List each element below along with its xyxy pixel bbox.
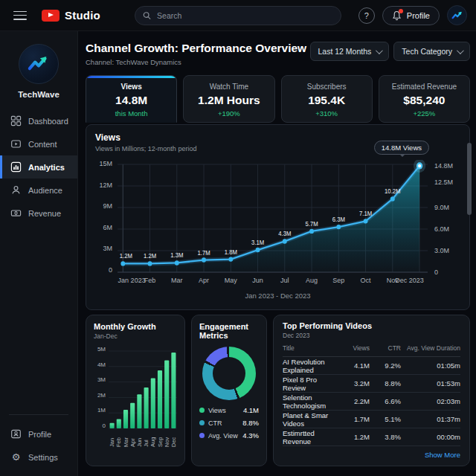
legend-value: 4.1M (243, 406, 259, 414)
search-bar[interactable] (135, 6, 341, 25)
x-tick: Jun (252, 277, 263, 284)
views-line-chart: 1.2M1.2M1.3M1.7M1.8M3.1M4.3M5.7M6.3M7.1M… (118, 160, 428, 274)
category-dropdown[interactable]: Tech Category (393, 42, 470, 61)
line-chart-plot: 1.2M1.2M1.3M1.7M1.8M3.1M4.3M5.7M6.3M7.1M… (118, 160, 428, 274)
y-tick: 3M (97, 376, 106, 383)
stat-value: $85,240 (379, 94, 469, 107)
audience-icon (10, 184, 22, 196)
sidebar-item-settings[interactable]: ⚙ Settings (0, 446, 77, 469)
data-point (202, 257, 206, 262)
x-tick: Jul (143, 431, 149, 447)
sidebar-item-dashboard[interactable]: Dashboard (0, 109, 77, 132)
sidebar-item-content[interactable]: Content (0, 132, 77, 155)
data-point-label: 1.3M (170, 252, 183, 259)
x-tick: Oct (361, 277, 371, 284)
y-tick: 3M (103, 245, 112, 252)
video-row[interactable]: Planet & Smar Videos1.7M5.1%01:37m (283, 411, 460, 428)
x-tick: May (225, 277, 237, 284)
video-row[interactable]: Estimrtted Revenue1.2M3.8%00:00m (283, 428, 460, 446)
page-subtitle: Channel: TechWave Dynamics (86, 58, 306, 66)
x-tick: Jan 2023 (118, 277, 146, 284)
table-header: Title Views CTR Avg. View Duration (283, 339, 460, 357)
y-tick: 14.8M (434, 162, 453, 170)
legend-value: 8.8% (242, 419, 259, 427)
y-tick: 3.0M (434, 247, 449, 254)
x-tick: Dec (170, 431, 177, 447)
search-input[interactable] (157, 11, 333, 20)
video-row[interactable]: Pixel 8 Pro Review3.2M8.8%01:53m (283, 375, 460, 393)
x-tick: Nov (164, 431, 170, 447)
video-metric: 5.1% (370, 415, 401, 423)
channel-avatar[interactable] (19, 44, 59, 84)
sidebar-item-revenue[interactable]: Revenue (0, 202, 77, 225)
video-metric: 1.7M (340, 415, 370, 423)
video-metric: 01:37m (401, 415, 460, 423)
data-point-label: 6.3M (332, 216, 345, 223)
help-icon[interactable]: ? (358, 7, 375, 24)
brand-logo[interactable]: Studio (42, 9, 100, 22)
col-views: Views (340, 344, 370, 352)
account-avatar[interactable] (447, 5, 467, 25)
main-content: Channel Growth: Performance Overview Cha… (78, 31, 476, 476)
panel-title: Engagement Metrics (199, 322, 259, 340)
x-tick: Aug (306, 277, 318, 284)
video-row[interactable]: AI Revolution Explained4.1M9.2%01:05m (283, 357, 460, 375)
date-range-dropdown[interactable]: Last 12 Months (310, 42, 390, 61)
profile-button-label: Profile (407, 11, 430, 20)
stat-label: Views (86, 83, 176, 91)
stat-card-subscribers[interactable]: Subscribers 195.4K +310% (281, 75, 373, 123)
video-row[interactable]: Selention Technologism2.2M6.6%02:03m (283, 393, 460, 411)
channel-name: TechWave (0, 90, 77, 99)
legend-dot-avg-view (199, 433, 205, 438)
y-tick: 0 (434, 268, 438, 276)
x-tick: Jun (136, 431, 143, 447)
data-point (148, 261, 152, 266)
show-more-link[interactable]: Show More (283, 451, 460, 459)
profile-button[interactable]: Profile (382, 6, 440, 25)
data-point-label: 7.1M (359, 210, 372, 217)
y-tick: 9M (103, 202, 112, 210)
y-axis-left: 15M12M9M6M3M0 (95, 160, 118, 274)
growth-bar (144, 387, 149, 428)
data-point-label: 1.7M (197, 249, 210, 256)
donut-legend: Views 4.1M CTR 8.8% Avg. View 4.3% (199, 406, 259, 440)
stat-label: Subscribers (282, 83, 372, 91)
legend-item-ctr: CTR 8.8% (199, 419, 259, 427)
notification-dot (399, 9, 403, 13)
category-label: Tech Category (402, 47, 452, 56)
stat-card-views[interactable]: Views 14.8M this Month (86, 75, 177, 123)
video-title: Planet & Smar Videos (283, 411, 340, 428)
legend-dot-views (199, 408, 205, 413)
donut-hole (213, 357, 245, 390)
menu-icon[interactable] (13, 11, 27, 20)
data-point (228, 257, 233, 261)
video-title: AI Revolution Explained (283, 358, 340, 374)
sidebar-item-label: Dashboard (28, 117, 68, 126)
youtube-play-icon (42, 10, 60, 22)
stat-card-watch-time[interactable]: Watch Time 1.2M Hours +190% (183, 75, 274, 123)
growth-bar (158, 370, 162, 428)
channel-logo-icon (26, 51, 51, 77)
sidebar-item-analytics[interactable]: Analytics (0, 155, 77, 178)
stat-label: Estimated Revenue (379, 83, 469, 91)
col-ctr: CTR (370, 344, 401, 352)
data-point-label: 1.8M (225, 248, 237, 255)
video-metric: 3.2M (340, 379, 370, 387)
y-tick: 9.0M (434, 204, 449, 211)
legend-item-avg-view: Avg. View 4.3% (199, 431, 259, 440)
y-tick: 2M (97, 392, 106, 399)
x-tick: Jul (280, 277, 289, 284)
chart-tooltip-badge: 14.8M Views (374, 141, 429, 155)
x-tick: Sep (157, 431, 164, 447)
sidebar-item-profile[interactable]: Profile (0, 422, 77, 446)
y-tick: 6M (103, 224, 112, 231)
video-metric: 01:53m (401, 379, 460, 387)
video-metric: 2.2M (340, 397, 370, 405)
video-metric: 00:00m (401, 433, 460, 441)
scrollbar-thumb[interactable] (467, 143, 472, 215)
sidebar-item-label: Analytics (28, 163, 65, 172)
sidebar-item-audience[interactable]: Audience (0, 178, 77, 202)
stat-card-revenue[interactable]: Estimated Revenue $85,240 +225% (379, 75, 470, 123)
data-point-label: 10.2M (385, 188, 401, 195)
video-metric: 01:05m (401, 361, 460, 370)
